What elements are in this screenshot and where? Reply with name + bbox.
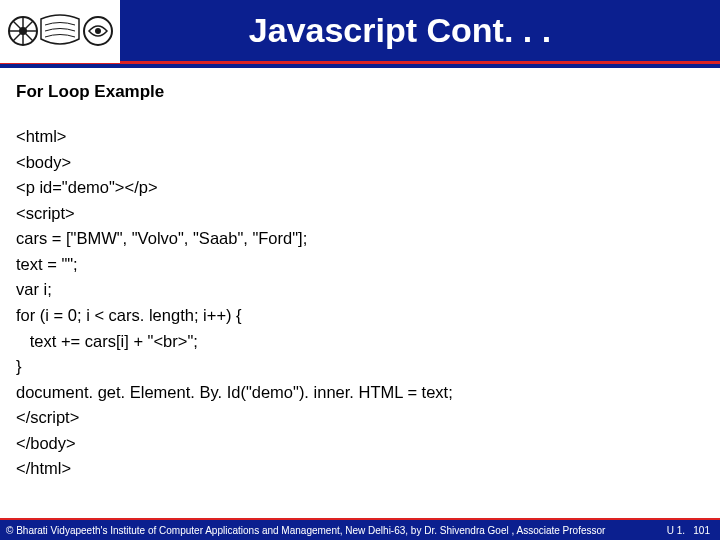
footer-pager: U 1. 101 bbox=[667, 525, 714, 536]
institute-logo bbox=[0, 0, 120, 63]
code-example: <html> <body> <p id="demo"></p> <script>… bbox=[16, 124, 704, 482]
footer-unit: U 1. bbox=[667, 525, 685, 536]
slide-footer: © Bharati Vidyapeeth's Institute of Comp… bbox=[0, 518, 720, 540]
footer-page: 101 bbox=[693, 525, 710, 536]
slide-header: Javascript Cont. . . bbox=[0, 0, 720, 64]
svg-point-7 bbox=[95, 28, 101, 34]
slide-body: For Loop Example <html> <body> <p id="de… bbox=[0, 64, 720, 482]
slide-title: Javascript Cont. . . bbox=[120, 11, 720, 50]
section-heading: For Loop Example bbox=[16, 82, 704, 102]
footer-copyright: © Bharati Vidyapeeth's Institute of Comp… bbox=[6, 525, 667, 536]
